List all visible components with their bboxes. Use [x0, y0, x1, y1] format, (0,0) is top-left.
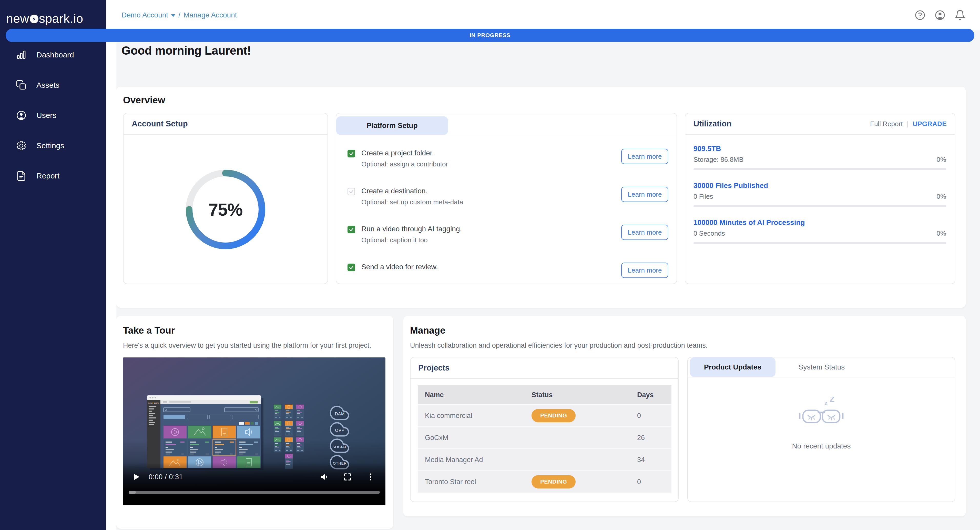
learn-more-button[interactable]: Learn more — [621, 187, 668, 202]
brand-logo-right: spark.io — [39, 11, 83, 26]
project-name: Toronto Star reel — [418, 478, 524, 486]
cloud-label-ovp: OVP — [335, 428, 345, 433]
tour-video-player[interactable]: new⚡spark — [123, 358, 385, 505]
project-days: 0 — [612, 412, 671, 420]
gear-icon — [16, 140, 27, 151]
video-timestamp: 0:00 / 0:31 — [149, 473, 183, 481]
meter-files-published: 30000 Files Published 0 Files0% — [694, 180, 946, 207]
topbar: Demo Account / Manage Account — [106, 0, 980, 30]
upgrade-link[interactable]: UPGRADE — [913, 120, 947, 128]
meter-quota-link[interactable]: 100000 Minutes of AI Processing — [694, 219, 805, 227]
table-row[interactable]: Toronto Star reel PENDING 0 — [418, 471, 671, 493]
sidebar-item-assets[interactable]: Assets — [0, 73, 106, 97]
topbar-icons — [915, 10, 966, 21]
checklist-item-optional: Optional: set up custom meta-data — [361, 198, 463, 206]
empty-state-text: No recent updates — [792, 442, 851, 450]
kebab-menu-icon[interactable] — [366, 472, 375, 482]
meter-quota-link[interactable]: 30000 Files Published — [694, 182, 768, 190]
utilization-title: Utilization — [694, 119, 732, 128]
breadcrumb-separator: / — [178, 11, 180, 19]
full-report-link[interactable]: Full Report — [870, 120, 903, 128]
meter-percent: 0% — [936, 193, 946, 201]
checklist-item: Send a video for review. Learn more — [347, 263, 668, 278]
checklist-item-label: Create a project folder. — [361, 149, 448, 157]
platform-setup-card: Platform Setup Create a project folder.O… — [336, 113, 677, 284]
breadcrumb-page[interactable]: Manage Account — [183, 11, 237, 19]
page-title: Good morning Laurent! — [121, 43, 966, 57]
sidebar-item-dashboard[interactable]: Dashboard — [0, 43, 106, 67]
document-icon — [16, 171, 27, 181]
meter-usage: 0 Files — [694, 193, 713, 201]
meter-quota-link[interactable]: 909.5TB — [694, 145, 721, 153]
project-days: 0 — [612, 478, 671, 486]
progress-bar — [694, 242, 946, 244]
tab-platform-setup[interactable]: Platform Setup — [336, 117, 448, 135]
main-area: Demo Account / Manage Account Good morni… — [106, 0, 980, 530]
video-progress-bar[interactable] — [129, 491, 380, 494]
projects-table: Name Status Days Kia commercial PENDING … — [418, 385, 671, 493]
sidebar: newspark.io Dashboard Assets Users Setti… — [0, 0, 106, 530]
user-circle-icon — [16, 110, 27, 121]
breadcrumb-account-dropdown[interactable]: Demo Account — [121, 11, 168, 19]
table-header-row: Name Status Days — [418, 385, 671, 404]
column-header-name: Name — [418, 391, 524, 399]
column-header-status: Status — [524, 391, 612, 399]
updates-panel: Product Updates System Status z Z — [687, 357, 955, 502]
status-badge: PENDING — [531, 475, 576, 488]
sleep-mask-icon: z Z — [797, 397, 846, 430]
tab-system-status[interactable]: System Status — [775, 358, 868, 377]
volume-icon[interactable] — [320, 472, 329, 482]
checkbox-checked[interactable] — [347, 226, 355, 233]
column-header-days: Days — [612, 391, 671, 399]
table-row[interactable]: GoCxM IN PROGRESS 26 — [418, 426, 671, 449]
checkbox-checked[interactable] — [347, 150, 355, 157]
checklist-item-label: Create a destination. — [361, 187, 463, 195]
meter-storage: 909.5TB Storage: 86.8MB0% — [694, 144, 946, 170]
checklist-item-label: Run a video through AI tagging. — [361, 225, 462, 233]
project-days: 34 — [612, 456, 671, 464]
bar-chart-icon — [16, 49, 27, 60]
sidebar-item-label: Users — [37, 111, 56, 120]
learn-more-button[interactable]: Learn more — [621, 225, 668, 240]
sidebar-item-label: Assets — [37, 81, 59, 89]
progress-bar — [694, 205, 946, 207]
sidebar-item-report[interactable]: Report — [0, 164, 106, 188]
cloud-label-dam: DAM — [335, 412, 345, 416]
sidebar-item-label: Dashboard — [37, 51, 74, 59]
utilization-meters: 909.5TB Storage: 86.8MB0% 30000 Files Pu… — [685, 135, 955, 244]
project-days: 26 — [612, 434, 671, 442]
sidebar-item-users[interactable]: Users — [0, 104, 106, 127]
svg-text:z: z — [824, 399, 827, 406]
cloud-label-social: SOCIAL — [332, 445, 347, 449]
table-row[interactable]: Media Manager Ad IN PROGRESS 34 — [418, 449, 671, 471]
account-icon[interactable] — [934, 10, 946, 21]
meter-ai-processing: 100000 Minutes of AI Processing 0 Second… — [694, 217, 946, 244]
manage-title: Manage — [410, 325, 955, 336]
project-name: Media Manager Ad — [418, 456, 524, 464]
manage-card: Manage Unleash collaboration and operati… — [403, 316, 966, 516]
checklist-item: Create a destination.Optional: set up cu… — [347, 187, 668, 206]
chevron-down-icon[interactable] — [171, 14, 175, 17]
checklist-item: Create a project folder.Optional: assign… — [347, 149, 668, 168]
notifications-icon[interactable] — [955, 10, 966, 21]
breadcrumb: Demo Account / Manage Account — [121, 11, 237, 19]
checklist-item-label: Send a video for review. — [361, 263, 438, 271]
progress-percentage: 75% — [182, 166, 269, 253]
table-row[interactable]: Kia commercial PENDING 0 — [418, 404, 671, 426]
overview-panel: Overview Account Setup — [116, 87, 966, 308]
fullscreen-icon[interactable] — [343, 472, 352, 482]
video-controls: 0:00 / 0:31 — [123, 462, 385, 505]
brand-logo[interactable]: newspark.io — [0, 0, 106, 27]
help-icon[interactable] — [915, 10, 926, 21]
meter-usage: Storage: 86.8MB — [694, 156, 743, 164]
sidebar-item-settings[interactable]: Settings — [0, 134, 106, 157]
checklist-item-optional: Optional: caption it too — [361, 236, 462, 244]
svg-text:new⚡spark: new⚡spark — [148, 402, 159, 404]
tab-product-updates[interactable]: Product Updates — [690, 358, 775, 377]
checkbox-checked[interactable] — [347, 263, 355, 271]
checkbox-unchecked[interactable] — [347, 188, 355, 195]
account-setup-title: Account Setup — [132, 119, 188, 128]
learn-more-button[interactable]: Learn more — [621, 263, 668, 278]
play-icon[interactable] — [132, 472, 141, 482]
learn-more-button[interactable]: Learn more — [621, 149, 668, 164]
